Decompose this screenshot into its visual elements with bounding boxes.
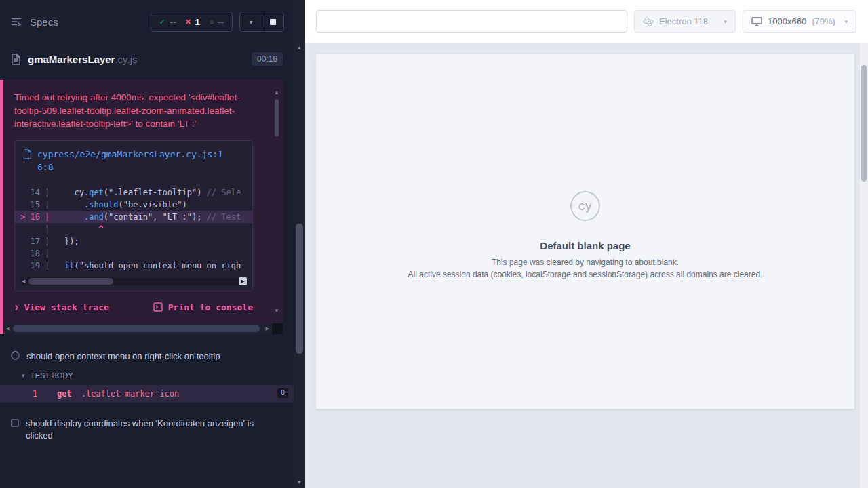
console-icon: [153, 302, 163, 312]
browser-label: Electron 118: [659, 16, 708, 26]
test-list: should open context menu on right-click …: [0, 345, 294, 447]
spinner-icon: [11, 351, 20, 360]
specs-menu-icon[interactable]: [9, 15, 23, 28]
test-body-label: TEST BODY: [31, 371, 73, 380]
error-scrollbar-thumb[interactable]: [275, 99, 279, 136]
viewport-zoom: (79%): [812, 16, 835, 26]
collapse-all-button[interactable]: ▾: [240, 12, 262, 31]
check-icon: ✓: [159, 17, 166, 26]
command-log-row[interactable]: 1 get .leaflet-marker-icon 0: [0, 385, 294, 403]
code-lines: 14 | cy.get(".leaflet-tooltip") // Sele …: [15, 180, 252, 273]
command-number: 1: [33, 389, 57, 399]
file-icon: [23, 149, 32, 159]
print-to-console-button[interactable]: Print to console: [153, 302, 253, 312]
stat-passed-count: --: [170, 17, 176, 27]
chevron-down-icon: ▾: [22, 372, 25, 379]
scroll-up-icon[interactable]: ▲: [274, 89, 279, 96]
viewport-selector[interactable]: 1000x660 (79%) ▾: [743, 10, 856, 33]
code-horizontal-scrollbar: ◀ ▶: [20, 277, 247, 285]
command-method: get: [57, 389, 72, 399]
stop-icon: [270, 19, 276, 25]
blank-page-title: Default blank page: [316, 240, 854, 251]
code-line: 19 | it("should open context menu on rig…: [15, 260, 252, 272]
monitor-icon: [751, 17, 762, 26]
page-vertical-scrollbar: [860, 43, 868, 488]
stat-failed: × 1: [185, 16, 199, 27]
specs-bar: Specs ✓ -- × 1 ○ -- ▾: [0, 0, 294, 43]
reporter-horizontal-scrollbar: ◀ ▶: [3, 323, 283, 334]
scrollbar-corner: [272, 323, 283, 334]
code-line: 18 |: [15, 247, 252, 260]
spec-header: gmaMarkersLayer.cy.js 00:16: [0, 43, 294, 75]
stop-run-button[interactable]: [262, 12, 283, 31]
error-panel: Timed out retrying after 4000ms: expecte…: [3, 80, 283, 323]
code-line: > 16 | .and("contain", "LT :"); // Test: [15, 211, 252, 223]
blank-page-message-2: All active session data (cookies, localS…: [316, 270, 854, 279]
chevron-down-icon: ▾: [724, 18, 727, 25]
run-controls: ▾: [239, 12, 284, 32]
scroll-right-icon[interactable]: ▶: [266, 326, 269, 331]
queued-test-icon: [11, 419, 19, 427]
view-stack-trace-label: View stack trace: [24, 302, 109, 312]
spec-duration-badge: 00:16: [252, 52, 283, 66]
chevron-down-icon: ▾: [249, 18, 252, 26]
cypress-logo: cy: [570, 191, 600, 221]
browser-selector[interactable]: Electron 118 ▾: [634, 10, 736, 33]
test-body-toggle[interactable]: ▾ TEST BODY: [0, 367, 294, 385]
url-input[interactable]: [316, 10, 627, 33]
reporter-scrollbar-thumb[interactable]: [296, 224, 303, 354]
x-icon: ×: [185, 16, 191, 27]
reporter-vertical-scrollbar: ▲ ▼: [294, 0, 305, 488]
scroll-left-icon[interactable]: ◀: [22, 279, 25, 284]
scroll-right-icon[interactable]: ▶: [239, 277, 247, 285]
stack-actions: ❯ View stack trace Print to console: [14, 302, 253, 312]
code-line: 14 | cy.get(".leaflet-tooltip") // Sele: [15, 186, 252, 199]
code-frame-header: cypress/e2e/gmaMarkersLayer.cy.js:16:8: [15, 141, 252, 180]
error-vertical-scrollbar: ▲ ▼: [273, 89, 280, 314]
chevron-down-icon: ▾: [844, 18, 848, 25]
aut-toolbar: Electron 118 ▾ 1000x660 (79%) ▾: [305, 0, 868, 43]
chevron-right-icon: ❯: [14, 303, 19, 312]
spec-extension: .cy.js: [115, 54, 137, 65]
view-stack-trace-button[interactable]: ❯ View stack trace: [14, 302, 109, 312]
spec-name: gmaMarkersLayer.cy.js: [28, 54, 137, 65]
print-to-console-label: Print to console: [168, 302, 253, 312]
specs-title: Specs: [30, 16, 58, 28]
code-frame-file-link[interactable]: cypress/e2e/gmaMarkersLayer.cy.js:16:8: [37, 148, 224, 174]
test-stats: ✓ -- × 1 ○ --: [151, 12, 233, 32]
command-message: .leaflet-marker-icon: [81, 389, 180, 399]
circle-icon: ○: [210, 18, 214, 26]
scroll-down-icon[interactable]: ▼: [274, 308, 279, 314]
code-line: | ^: [15, 223, 252, 235]
viewport-size: 1000x660: [768, 16, 806, 26]
test-title: should display coordinates when 'Koordin…: [26, 418, 269, 441]
main-area: Electron 118 ▾ 1000x660 (79%) ▾ cy Defau…: [305, 0, 868, 488]
stat-passed: ✓ --: [159, 17, 176, 27]
reporter-hscrollbar-thumb[interactable]: [13, 325, 260, 332]
command-count-badge: 0: [277, 388, 288, 398]
code-scrollbar-thumb[interactable]: [28, 278, 113, 285]
stat-pending-count: --: [218, 17, 224, 27]
test-row-queued[interactable]: should display coordinates when 'Koordin…: [0, 412, 294, 447]
blank-page-message-1: This page was cleared by navigating to a…: [316, 258, 854, 267]
electron-icon: [643, 16, 654, 27]
code-line: 15 | .should("be.visible"): [15, 199, 252, 211]
error-message: Timed out retrying after 4000ms: expecte…: [14, 91, 248, 131]
page-scrollbar-thumb[interactable]: [861, 65, 867, 182]
blank-page-content: cy Default blank page This page was clea…: [316, 191, 854, 279]
test-title: should open context menu on right-click …: [26, 350, 220, 363]
aut-iframe: cy Default blank page This page was clea…: [316, 54, 854, 409]
reporter-sidebar: Specs ✓ -- × 1 ○ -- ▾ gmaMar: [0, 0, 294, 488]
document-icon: [11, 54, 21, 65]
stat-failed-count: 1: [195, 17, 199, 27]
scroll-up-icon[interactable]: ▲: [294, 45, 305, 51]
stat-pending: ○ --: [210, 17, 224, 27]
code-frame: cypress/e2e/gmaMarkersLayer.cy.js:16:8 1…: [14, 140, 253, 291]
test-row-running[interactable]: should open context menu on right-click …: [0, 345, 294, 368]
scroll-down-icon[interactable]: ▼: [294, 479, 305, 485]
code-line: 17 | });: [15, 235, 252, 247]
failed-attempt-block: Timed out retrying after 4000ms: expecte…: [0, 80, 283, 334]
scroll-left-icon[interactable]: ◀: [6, 326, 9, 331]
